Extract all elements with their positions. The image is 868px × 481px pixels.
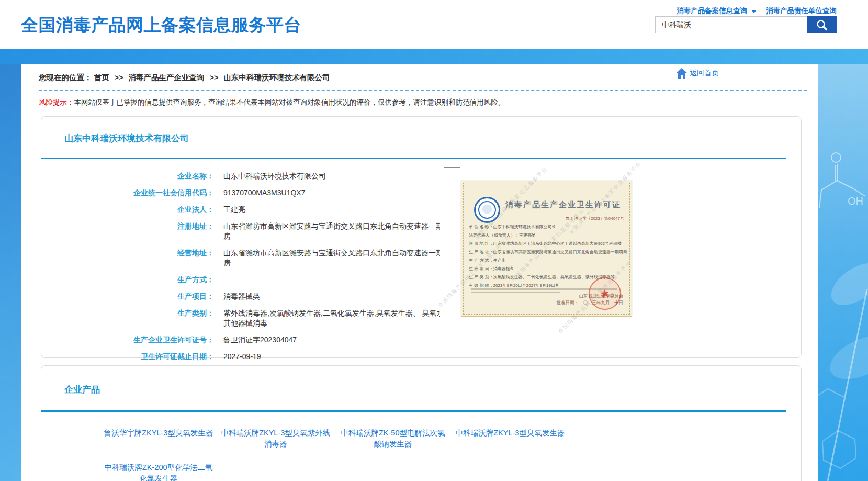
product-link[interactable]: 中科瑞沃牌ZKYL-3型臭氧紫外线消毒器: [220, 428, 331, 450]
products-card: 企业产品 鲁沃华宇牌ZKYL-3型臭氧发生器 中科瑞沃牌ZKYL-3型臭氧紫外线…: [41, 365, 802, 481]
top-nav: 消毒产品备案信息查询 消毒产品责任单位查询: [677, 6, 837, 16]
certificate-title: 消毒产品生产企业卫生许可证: [505, 200, 621, 210]
field-row-business-address: 经营地址： 山东省潍坊市高新区潍安路与宝通街交叉路口东北角自动变速器一期项目1#…: [41, 248, 502, 268]
certificate-line: 单 位 名 称：山东中科瑞沃环境技术有限公司※: [469, 224, 627, 230]
field-label: 卫生许可证截止日期：: [41, 352, 214, 362]
certificate-number: 鲁卫消证字（2023）第04047号: [566, 216, 624, 221]
product-link[interactable]: 中科瑞沃牌ZKYL-3型臭氧发生器: [455, 428, 566, 450]
company-card-title: 山东中科瑞沃环境技术有限公司: [64, 132, 189, 144]
field-label: 经营地址：: [41, 248, 214, 268]
breadcrumb-separator: >>: [115, 73, 123, 82]
site-header: 全国消毒产品网上备案信息服务平台 消毒产品备案信息查询 消毒产品责任单位查询: [0, 0, 868, 49]
search-icon: [815, 18, 829, 32]
breadcrumb: 您现在的位置： 首页 >> 消毒产品生产企业查询 >> 山东中科瑞沃环境技术有限…: [39, 73, 330, 83]
nav-link-record-info-query[interactable]: 消毒产品备案信息查询: [677, 6, 747, 16]
certificate-emblem-icon: [474, 197, 500, 223]
field-value: 山东省潍坊市高新区潍安路与宝通街交叉路口东北角自动变速器一期项目1#厂房: [223, 248, 474, 268]
field-row-registered-address: 注册地址： 山东省潍坊市高新区潍安路与宝通街交叉路口东北角自动变速器一期项目1#…: [41, 221, 502, 241]
certificate-line: 法定代表人（或负责人）：王建亮※: [469, 232, 627, 238]
field-value: 鲁卫消证字202304047: [223, 335, 474, 345]
product-link[interactable]: 鲁沃华宇牌ZKYL-3型臭氧发生器: [103, 428, 214, 450]
field-row-production-mode: 生产方式：: [41, 275, 502, 285]
product-link[interactable]: 中科瑞沃牌ZK-200型化学法二氧化氯发生器: [103, 462, 214, 481]
field-value: 山东中科瑞沃环境技术有限公司: [223, 171, 474, 181]
field-label: 生产企业卫生许可证号：: [41, 335, 214, 345]
field-value: [223, 275, 474, 285]
certificate-line: 生 产 方 式：生产※: [469, 258, 627, 263]
products-card-title: 企业产品: [64, 384, 100, 396]
field-row-license-expiry: 卫生许可证截止日期： 2027-09-19: [41, 352, 502, 362]
chevron-down-icon[interactable]: [751, 10, 757, 13]
field-label: 注册地址：: [41, 221, 214, 241]
breadcrumb-enterprise-query[interactable]: 消毒产品生产企业查询: [129, 73, 205, 82]
search-bar: [655, 16, 837, 33]
certificate-document: 消毒产品生产企业卫生许可证 鲁卫消证字（2023）第04047号 单 位 名 称…: [461, 181, 632, 317]
field-row-license-number: 生产企业卫生许可证号： 鲁卫消证字202304047: [41, 335, 502, 345]
molecule-illustration: OH: [817, 64, 868, 481]
site-title: 全国消毒产品网上备案信息服务平台: [21, 14, 301, 37]
search-input[interactable]: [655, 16, 807, 33]
svg-text:OH: OH: [848, 195, 863, 207]
dashed-divider: [39, 90, 807, 91]
certificate-line: 注 册 地 址：山东省潍坊高新区玉清东街以北中心次干道以西高新大厦902号科研楼: [469, 241, 627, 247]
risk-notice-label: 风险提示：: [39, 98, 74, 106]
field-label: 生产方式：: [41, 275, 214, 285]
field-value: 2027-09-19: [223, 352, 474, 362]
certificate-image: 消毒产品生产企业卫生许可证 鲁卫消证字（2023）第04047号 单 位 名 称…: [440, 163, 647, 325]
field-label: 企业名称：: [41, 171, 214, 181]
background-decoration: OH: [817, 64, 868, 481]
company-fields: 企业名称： 山东中科瑞沃环境技术有限公司 企业统一社会信用代码： 9137070…: [41, 171, 502, 368]
field-row-legal-person: 企业法人： 王建亮: [41, 205, 502, 215]
certificate-line: 生 产 项 目：消毒器械※: [469, 266, 627, 272]
product-link[interactable]: 中科瑞沃牌ZK-50型电解法次氯酸钠发生器: [337, 428, 448, 450]
nav-link-responsible-unit-query[interactable]: 消毒产品责任单位查询: [766, 6, 837, 16]
company-info-card: 山东中科瑞沃环境技术有限公司 企业名称： 山东中科瑞沃环境技术有限公司 企业统一…: [41, 116, 802, 358]
back-home-link[interactable]: 返回首页: [675, 68, 719, 79]
field-row-production-project: 生产项目： 消毒器械类: [41, 292, 502, 301]
page: 全国消毒产品网上备案信息服务平台 消毒产品备案信息查询 消毒产品责任单位查询: [0, 0, 868, 481]
scan-artifact-dash: [444, 167, 460, 168]
breadcrumb-current: 山东中科瑞沃环境技术有限公司: [224, 73, 330, 82]
certificate-line: 生 产 地 址：山东省潍坊市高新区潍安路与宝通街交叉路口东北角自动变速器一期项目…: [469, 249, 627, 255]
risk-notice-text: 本网站仅基于已掌握的信息提供查询服务，查询结果不代表本网站对被查询对象信用状况的…: [74, 98, 505, 106]
field-label: 企业统一社会信用代码：: [41, 188, 214, 198]
field-value: 山东省潍坊市高新区潍安路与宝通街交叉路口东北角自动变速器一期项目1#厂房: [223, 221, 474, 241]
header-divider-bar: [0, 49, 868, 64]
field-label: 企业法人：: [41, 205, 214, 215]
field-value: 消毒器械类: [223, 292, 474, 301]
search-button[interactable]: [807, 16, 837, 33]
field-value: 王建亮: [223, 205, 474, 215]
field-value: 紫外线消毒器,次氯酸钠发生器,二氧化氯发生器,臭氧发生器、 臭氧水发生器,其他器…: [223, 308, 474, 328]
field-row-company-name: 企业名称： 山东中科瑞沃环境技术有限公司: [41, 171, 502, 181]
back-home-label: 返回首页: [690, 69, 719, 78]
certificate-fine-print: [471, 292, 560, 293]
card-title-rule: [41, 158, 786, 159]
breadcrumb-home[interactable]: 首页: [94, 73, 109, 82]
breadcrumb-prefix: 您现在的位置：: [39, 73, 92, 82]
risk-notice: 风险提示：本网站仅基于已掌握的信息提供查询服务，查询结果不代表本网站对被查询对象…: [39, 98, 505, 107]
field-label: 生产类别：: [41, 308, 214, 328]
field-label: 生产项目：: [41, 292, 214, 301]
breadcrumb-separator: >>: [210, 73, 219, 82]
field-row-credit-code: 企业统一社会信用代码： 91370700MA3M3U1QX7: [41, 188, 502, 198]
content-container: 您现在的位置： 首页 >> 消毒产品生产企业查询 >> 山东中科瑞沃环境技术有限…: [21, 64, 818, 481]
field-value: 91370700MA3M3U1QX7: [223, 188, 474, 198]
card-title-rule: [41, 410, 786, 412]
product-list: 鲁沃华宇牌ZKYL-3型臭氧发生器 中科瑞沃牌ZKYL-3型臭氧紫外线消毒器 中…: [103, 428, 658, 481]
field-row-production-category: 生产类别： 紫外线消毒器,次氯酸钠发生器,二氧化氯发生器,臭氧发生器、 臭氧水发…: [41, 308, 502, 328]
home-icon: [675, 68, 688, 79]
content-background: OH 您现在的位置： 首页 >> 消毒产品生产企业查询 >> 山东中科瑞沃环境技…: [0, 64, 868, 481]
